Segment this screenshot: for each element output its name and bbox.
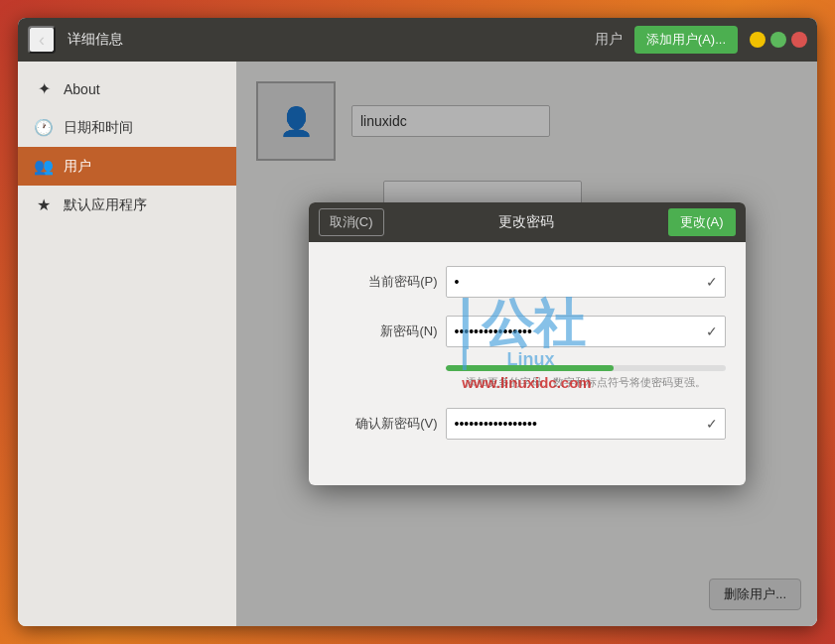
section-label: 用户: [595, 31, 623, 49]
new-password-input[interactable]: [446, 316, 726, 347]
strength-hint: 添加更多的字母、数字和标点符号将使密码更强。: [446, 375, 726, 390]
password-strength-bar: [446, 365, 726, 371]
change-password-dialog: 取消(C) 更改密码 更改(A) 当前密码(P) ✓: [309, 202, 746, 485]
window-controls: [750, 32, 807, 48]
main-area: ✦ About 🕐 日期和时间 👥 用户 ★ 默认应用程序 👤: [18, 62, 817, 626]
sidebar-item-about-label: About: [64, 81, 100, 97]
confirm-password-input[interactable]: [446, 408, 726, 440]
about-icon: ✦: [34, 79, 54, 98]
new-password-row: 新密码(N) ✓: [329, 316, 726, 347]
users-icon: 👥: [34, 157, 54, 176]
sidebar-item-datetime-label: 日期和时间: [64, 119, 133, 137]
confirm-password-label: 确认新密码(V): [329, 415, 438, 433]
new-password-check-icon: ✓: [706, 323, 718, 339]
window-title: 详细信息: [68, 31, 123, 49]
sidebar-item-default-apps-label: 默认应用程序: [64, 196, 147, 214]
dialog-overlay: 取消(C) 更改密码 更改(A) 当前密码(P) ✓: [236, 62, 817, 626]
close-button[interactable]: [791, 32, 807, 48]
confirm-password-row: 确认新密码(V) ✓: [329, 408, 726, 440]
content-area: 👤 删除用户... 取消(C): [236, 62, 817, 626]
new-password-wrap: ✓: [446, 316, 726, 347]
maximize-button[interactable]: [770, 32, 786, 48]
back-button[interactable]: ‹: [28, 26, 56, 54]
default-apps-icon: ★: [34, 195, 54, 214]
confirm-password-check-icon: ✓: [706, 416, 718, 432]
dialog-confirm-button[interactable]: 更改(A): [668, 208, 735, 236]
sidebar-item-users-label: 用户: [64, 158, 91, 176]
add-user-button[interactable]: 添加用户(A)...: [634, 26, 738, 54]
current-password-wrap: ✓: [446, 266, 726, 298]
current-password-check-icon: ✓: [706, 274, 718, 290]
sidebar: ✦ About 🕐 日期和时间 👥 用户 ★ 默认应用程序: [18, 62, 236, 626]
minimize-button[interactable]: [750, 32, 765, 48]
main-window: ‹ 详细信息 用户 添加用户(A)... ✦ About 🕐 日期和时间 👥 用…: [18, 18, 817, 626]
sidebar-item-default-apps[interactable]: ★ 默认应用程序: [18, 186, 236, 224]
confirm-password-wrap: ✓: [446, 408, 726, 440]
new-password-label: 新密码(N): [329, 322, 438, 340]
dialog-cancel-button[interactable]: 取消(C): [319, 208, 384, 236]
current-password-label: 当前密码(P): [329, 273, 438, 291]
datetime-icon: 🕐: [34, 118, 54, 137]
current-password-input[interactable]: [446, 266, 726, 298]
strength-bar-fill: [446, 365, 614, 371]
sidebar-item-users[interactable]: 👥 用户: [18, 147, 236, 186]
sidebar-item-about[interactable]: ✦ About: [18, 69, 236, 108]
current-password-row: 当前密码(P) ✓: [329, 266, 726, 298]
new-password-section: 新密码(N) ✓ 添加更多的字: [329, 316, 726, 390]
sidebar-item-datetime[interactable]: 🕐 日期和时间: [18, 108, 236, 147]
titlebar: ‹ 详细信息 用户 添加用户(A)...: [18, 18, 817, 62]
dialog-titlebar: 取消(C) 更改密码 更改(A): [309, 202, 746, 242]
dialog-body: 当前密码(P) ✓ 新密码(N): [309, 242, 746, 485]
dialog-title: 更改密码: [384, 213, 669, 231]
